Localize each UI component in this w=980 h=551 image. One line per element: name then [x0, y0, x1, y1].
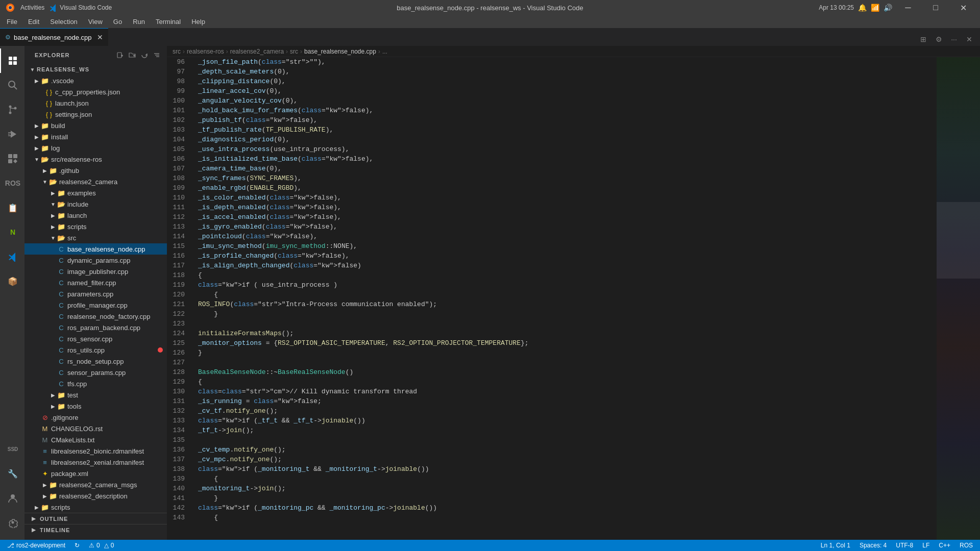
activity-settings[interactable] — [0, 510, 24, 535]
code-line-115[interactable]: _imu_sync_method(imu_sync_method::NONE), — [198, 241, 937, 251]
tree-tfs[interactable]: C tfs.cpp — [24, 378, 167, 389]
tree-dynamic-params[interactable]: C dynamic_params.cpp — [24, 255, 167, 266]
tree-vscode[interactable]: ▶ 📁 .vscode — [24, 75, 167, 86]
ros-status[interactable]: ROS — [958, 542, 975, 549]
code-line-102[interactable]: _publish_tf(class="kw">false), — [198, 115, 937, 125]
tree-tools[interactable]: ▶ 📁 tools — [24, 400, 167, 412]
spaces-status[interactable]: Spaces: 4 — [857, 542, 889, 549]
close-button[interactable]: ✕ — [951, 0, 975, 15]
branch-status[interactable]: ⎇ ros2-development — [5, 542, 67, 549]
breadcrumb-src2[interactable]: src — [290, 48, 298, 55]
maximize-button[interactable]: □ — [924, 0, 947, 15]
code-line-131[interactable]: _is_running = class="kw">false; — [198, 396, 937, 406]
tree-log[interactable]: ▶ 📁 log — [24, 142, 167, 154]
code-line-136[interactable]: _cv_temp.notify_one(); — [198, 445, 937, 455]
code-line-138[interactable]: class="kw">if (_monitoring_t && _monitor… — [198, 464, 937, 474]
menu-run[interactable]: Run — [129, 17, 149, 27]
code-line-137[interactable]: _cv_mpc.notify_one(); — [198, 455, 937, 464]
code-line-129[interactable]: { — [198, 377, 937, 387]
code-line-96[interactable]: _json_file_path(class="str">""), — [198, 57, 937, 67]
code-line-128[interactable]: BaseRealSenseNode::~BaseRealSenseNode() — [198, 367, 937, 377]
tree-github[interactable]: ▶ 📁 .github — [24, 165, 167, 176]
activity-ssd[interactable]: SSD — [0, 437, 24, 461]
breadcrumb-realsense-ros[interactable]: realsense-ros — [187, 48, 224, 55]
position-status[interactable]: Ln 1, Col 1 — [819, 542, 852, 549]
activities-label[interactable]: Activities — [20, 4, 44, 11]
menu-view[interactable]: View — [84, 17, 107, 27]
activity-custom1[interactable]: 📋 — [0, 195, 24, 220]
activity-debug[interactable] — [0, 122, 24, 146]
menu-help[interactable]: Help — [187, 17, 209, 27]
tree-sensor-params[interactable]: C sensor_params.cpp — [24, 367, 167, 378]
menu-go[interactable]: Go — [109, 17, 126, 27]
breadcrumb-src[interactable]: src — [173, 48, 181, 55]
tree-include[interactable]: ▼ 📂 include — [24, 198, 167, 210]
settings-button[interactable]: ⚙ — [932, 33, 945, 46]
code-line-119[interactable]: class="kw">if ( use_intra_process ) — [198, 280, 937, 290]
code-line-139[interactable]: { — [198, 474, 937, 484]
language-status[interactable]: C++ — [937, 542, 952, 549]
code-line-108[interactable]: _sync_frames(SYNC_FRAMES), — [198, 173, 937, 183]
code-line-118[interactable]: { — [198, 270, 937, 280]
tree-launch[interactable]: ▶ 📁 launch — [24, 210, 167, 221]
more-actions-button[interactable]: ··· — [947, 33, 961, 46]
tree-rs-camera-msgs[interactable]: ▶ 📁 realsense2_camera_msgs — [24, 479, 167, 490]
code-line-117[interactable]: _is_align_depth_changed(class="kw">false… — [198, 261, 937, 270]
tree-settings-json[interactable]: { } settings.json — [24, 109, 167, 120]
tree-install[interactable]: ▶ 📁 install — [24, 131, 167, 142]
code-line-125[interactable]: _monitor_options = {RS2_OPTION_ASIC_TEMP… — [198, 338, 937, 348]
outline-section[interactable]: ▶ OUTLINE — [24, 513, 167, 524]
tree-librealsense-bionic[interactable]: ≡ librealsense2_bionic.rdmanifest — [24, 445, 167, 457]
breadcrumb-realsense2-camera[interactable]: realsense2_camera — [230, 48, 284, 55]
code-line-114[interactable]: _pointcloud(class="kw">false), — [198, 232, 937, 241]
tab-close-button[interactable]: ✕ — [97, 33, 103, 41]
code-line-127[interactable] — [198, 358, 937, 367]
menu-selection[interactable]: Selection — [46, 17, 81, 27]
tree-examples[interactable]: ▶ 📁 examples — [24, 187, 167, 198]
code-line-105[interactable]: _use_intra_process(use_intra_process), — [198, 144, 937, 154]
code-line-112[interactable]: _is_accel_enabled(class="kw">false), — [198, 212, 937, 222]
tree-launch-json[interactable]: { } launch.json — [24, 97, 167, 109]
code-line-101[interactable]: _hold_back_imu_for_frames(class="kw">fal… — [198, 106, 937, 115]
tree-image-publisher[interactable]: C image_publisher.cpp — [24, 266, 167, 277]
code-line-143[interactable]: { — [198, 513, 937, 522]
tree-named-filter[interactable]: C named_filter.cpp — [24, 277, 167, 288]
code-line-116[interactable]: _is_profile_changed(class="kw">false), — [198, 251, 937, 261]
code-line-98[interactable]: _clipping_distance(0), — [198, 77, 937, 86]
code-line-141[interactable]: } — [198, 493, 937, 503]
split-editor-button[interactable]: ⊞ — [917, 33, 930, 46]
code-line-107[interactable]: _camera_time_base(0), — [198, 164, 937, 173]
activity-source-control[interactable] — [0, 97, 24, 122]
tree-rs-description[interactable]: ▶ 📁 realsense2_description — [24, 490, 167, 502]
new-folder-button[interactable] — [127, 50, 137, 60]
code-line-135[interactable] — [198, 435, 937, 445]
new-file-button[interactable] — [115, 50, 125, 60]
code-line-122[interactable]: } — [198, 309, 937, 319]
tab-base-realsense-node[interactable]: ⚙ base_realsense_node.cpp ✕ — [0, 28, 108, 46]
tree-root[interactable]: ▼ REALSENSE_WS — [24, 64, 167, 75]
tree-ros-utils[interactable]: C ros_utils.cpp — [24, 344, 167, 356]
collapse-button[interactable] — [152, 50, 162, 60]
menu-file[interactable]: File — [3, 17, 21, 27]
code-line-106[interactable]: _is_initialized_time_base(class="kw">fal… — [198, 154, 937, 164]
activity-nvidia[interactable]: N — [0, 220, 24, 244]
activity-extensions[interactable] — [0, 146, 24, 171]
tree-cmakelists[interactable]: M CMakeLists.txt — [24, 434, 167, 445]
activity-vscode[interactable] — [0, 244, 24, 269]
code-line-123[interactable] — [198, 319, 937, 329]
errors-status[interactable]: ⚠ 0 △ 0 — [87, 542, 116, 549]
tree-ros-sensor[interactable]: C ros_sensor.cpp — [24, 333, 167, 344]
activity-custom2[interactable]: 📦 — [0, 269, 24, 293]
tree-profile-manager[interactable]: C profile_manager.cpp — [24, 299, 167, 311]
tree-changelog[interactable]: M CHANGELOG.rst — [24, 423, 167, 434]
activity-custom3[interactable]: 🔧 — [0, 461, 24, 486]
tree-package-xml[interactable]: ✦ package.xml — [24, 468, 167, 479]
tree-gitignore[interactable]: ⊘ .gitignore — [24, 412, 167, 423]
tree-librealsense-xenial[interactable]: ≡ librealsense2_xenial.rdmanifest — [24, 457, 167, 468]
tree-src-realsense-ros[interactable]: ▼ 📂 src/realsense-ros — [24, 154, 167, 165]
code-line-110[interactable]: _is_color_enabled(class="kw">false), — [198, 193, 937, 203]
code-line-97[interactable]: _depth_scale_meters(0), — [198, 67, 937, 77]
activity-ros[interactable]: ROS — [0, 171, 24, 195]
activity-search[interactable] — [0, 73, 24, 97]
minimize-button[interactable]: ─ — [896, 0, 920, 15]
